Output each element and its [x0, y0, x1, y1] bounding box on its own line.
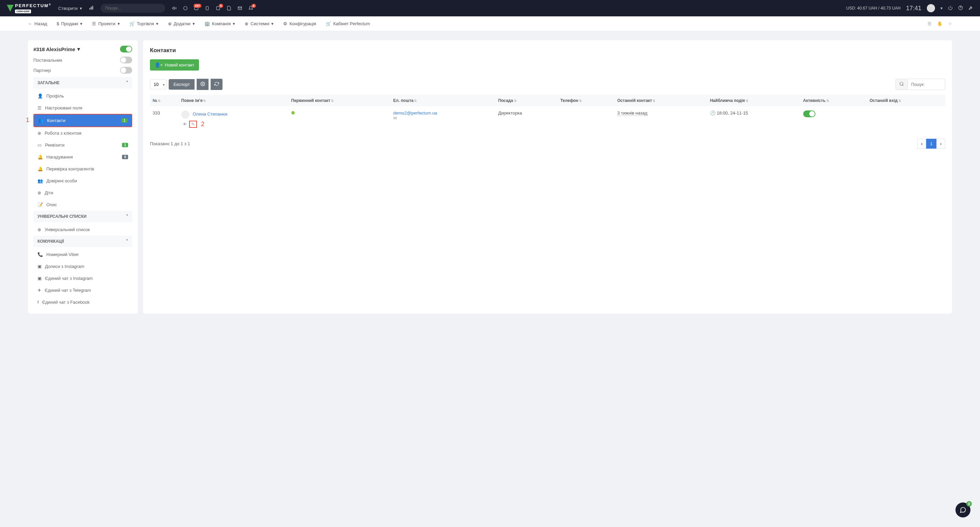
- sidebar-item-universal-list[interactable]: ⊕Універсальний список: [33, 224, 132, 236]
- sidebar-item-description[interactable]: 📝Опис: [33, 199, 132, 211]
- col-num[interactable]: №⇅: [150, 95, 178, 107]
- sidebar-item-profile[interactable]: 👤Профіль: [33, 90, 132, 102]
- top-right: USD: 40.67 UAH / 40.73 UAH 17:41 ▾: [846, 4, 973, 12]
- chevron-down-icon[interactable]: ▾: [940, 6, 942, 11]
- bell-icon[interactable]: 8: [248, 6, 253, 11]
- supplier-toggle[interactable]: [120, 57, 132, 64]
- menu-cabinet[interactable]: 🛒 Кабінет Perfectum: [326, 21, 370, 26]
- page-size-select[interactable]: 10: [150, 80, 167, 89]
- supplier-label: Постачальник: [33, 57, 62, 63]
- table-header-row: №⇅ Повне ім'я⇅ Первинний контакт⇅ Ел. по…: [150, 95, 945, 107]
- pager-prev[interactable]: ‹: [917, 139, 926, 149]
- menu-system[interactable]: ⊕ Системні ▾: [245, 21, 274, 26]
- hand-icon[interactable]: ✋: [937, 21, 942, 26]
- section-universal[interactable]: УНІВЕРСАЛЬНІ СПИСКИ˄: [33, 211, 132, 222]
- col-name[interactable]: Повне ім'я⇅: [178, 95, 289, 107]
- global-search-input[interactable]: [100, 4, 165, 13]
- svg-point-3: [184, 6, 188, 10]
- sound-icon[interactable]: [172, 6, 177, 11]
- cell-name: Олена Степанюк 👁 ✎ 2: [178, 107, 289, 132]
- sidebar-item-requisites[interactable]: ▭Реквізити1: [33, 139, 132, 151]
- logo[interactable]: PERFECTUM® CRM+ERP: [7, 3, 51, 13]
- activity-toggle[interactable]: [803, 110, 815, 117]
- col-last-login[interactable]: Останній вхід⇅: [867, 95, 945, 107]
- work-icon: ⊕: [38, 131, 41, 136]
- svg-line-11: [903, 85, 904, 86]
- sidebar-item-viber[interactable]: 📞Номерний Viber: [33, 248, 132, 260]
- svg-point-10: [900, 82, 903, 85]
- pager-page-1[interactable]: 1: [926, 139, 936, 149]
- contacts-icon: 👥: [38, 118, 44, 123]
- create-dropdown[interactable]: Створити ▾: [58, 6, 82, 11]
- sidebar-item-telegram-chat[interactable]: ✈Єдиний чат з Telegram: [33, 284, 132, 296]
- layers-icon[interactable]: ☰: [928, 21, 932, 26]
- sidebar-item-client-work[interactable]: ⊕Робота з клієнтом: [33, 127, 132, 139]
- menu-addons[interactable]: ⊕ Додатки ▾: [168, 21, 195, 26]
- help-icon[interactable]: [958, 5, 963, 11]
- annotation-1: 1: [26, 116, 29, 124]
- chevron-down-icon: ▾: [77, 46, 80, 52]
- chevron-up-icon: ˄: [126, 80, 128, 85]
- export-button[interactable]: Експорт: [169, 79, 194, 90]
- col-next-event[interactable]: Найближча подія⇅: [707, 95, 800, 107]
- refresh-button[interactable]: [211, 79, 223, 90]
- sidebar-item-instagram-posts[interactable]: ▣Дописи з Instagram: [33, 260, 132, 272]
- sidebar-item-custom-fields[interactable]: ☰Настроювані поля: [33, 102, 132, 114]
- cell-position: Директорка: [495, 107, 558, 132]
- email-link[interactable]: demo2@perfectum.ua: [393, 110, 437, 116]
- menu-config[interactable]: ⚙ Конфігурація: [283, 21, 316, 26]
- partner-toggle[interactable]: [120, 67, 132, 74]
- sidebar-item-facebook-chat[interactable]: fЄдиний чат з Facebook: [33, 296, 132, 308]
- stats-icon[interactable]: [89, 5, 94, 11]
- contact-name-link[interactable]: Олена Степанюк: [192, 111, 227, 116]
- col-email[interactable]: Ел. пошта⇅: [390, 95, 495, 107]
- section-communications[interactable]: КОМУНІКАЦІЇ˄: [33, 236, 132, 247]
- mail-icon[interactable]: ✉: [393, 116, 397, 121]
- menu-trade[interactable]: 🛒 Торгівля ▾: [129, 21, 158, 26]
- sidebar-item-contacts[interactable]: 1 👥Контакти 1: [33, 114, 132, 127]
- clipboard-icon[interactable]: [205, 6, 210, 11]
- menu-company[interactable]: 🏢 Компанія ▾: [204, 21, 235, 26]
- sidebar-item-instagram-chat[interactable]: ▣Єдиний чат з Instagram: [33, 272, 132, 284]
- view-icon[interactable]: 👁: [183, 122, 187, 127]
- messages-icon[interactable]: 287: [194, 6, 199, 11]
- menu-projects[interactable]: ☰ Проекти ▾: [92, 21, 119, 26]
- new-contact-button[interactable]: 👤+ Новий контакт: [150, 59, 199, 70]
- chat-icon[interactable]: [183, 6, 188, 11]
- partner-row: Партнер: [33, 67, 132, 74]
- sidebar-item-verification[interactable]: 🔔Перевірка контрагентів: [33, 163, 132, 175]
- sidebar-item-trusted[interactable]: 👥Довірені особи: [33, 175, 132, 187]
- tasks-icon[interactable]: 5: [216, 6, 221, 11]
- table-row[interactable]: 333 Олена Степанюк 👁 ✎ 2 demo2@perfectum…: [150, 107, 945, 132]
- settings-button[interactable]: [197, 79, 208, 90]
- sidebar-item-reminders[interactable]: 🔔Нагадування0: [33, 151, 132, 163]
- telegram-icon: ✈: [38, 288, 41, 293]
- cell-email: demo2@perfectum.ua ✉: [390, 107, 495, 132]
- col-last-contact[interactable]: Останній контакт⇅: [615, 95, 707, 107]
- col-position[interactable]: Посада⇅: [495, 95, 558, 107]
- mail-icon[interactable]: [237, 6, 242, 11]
- back-button[interactable]: ← Назад: [28, 21, 47, 26]
- user-avatar[interactable]: [927, 4, 935, 12]
- company-name[interactable]: #318 AlexisPrime ▾: [33, 46, 80, 52]
- menu-sales[interactable]: $ Продажі ▾: [57, 21, 83, 26]
- pager-next[interactable]: ›: [936, 139, 945, 149]
- edit-icon[interactable]: ✎: [189, 121, 197, 128]
- sidebar-item-children[interactable]: ⊕Діти: [33, 187, 132, 199]
- cell-phone: [558, 107, 615, 132]
- active-toggle[interactable]: [120, 46, 132, 53]
- wrench-icon[interactable]: [969, 5, 973, 11]
- back-label: Назад: [34, 21, 47, 26]
- col-phone[interactable]: Телефон⇅: [558, 95, 615, 107]
- power-icon[interactable]: [948, 5, 953, 11]
- col-activity[interactable]: Активність⇅: [800, 95, 867, 107]
- search-button[interactable]: [896, 79, 908, 90]
- star-icon[interactable]: ☆: [948, 21, 952, 26]
- table-search-input[interactable]: [908, 79, 945, 90]
- col-primary[interactable]: Первинний контакт⇅: [289, 95, 391, 107]
- child-icon: ⊕: [38, 190, 41, 195]
- section-general[interactable]: ЗАГАЛЬНЕ˄: [33, 77, 132, 89]
- cell-next-event: 🕐 18:00, 24-11-15: [707, 107, 800, 132]
- file-icon[interactable]: [227, 6, 231, 11]
- table-search-group: [896, 79, 945, 90]
